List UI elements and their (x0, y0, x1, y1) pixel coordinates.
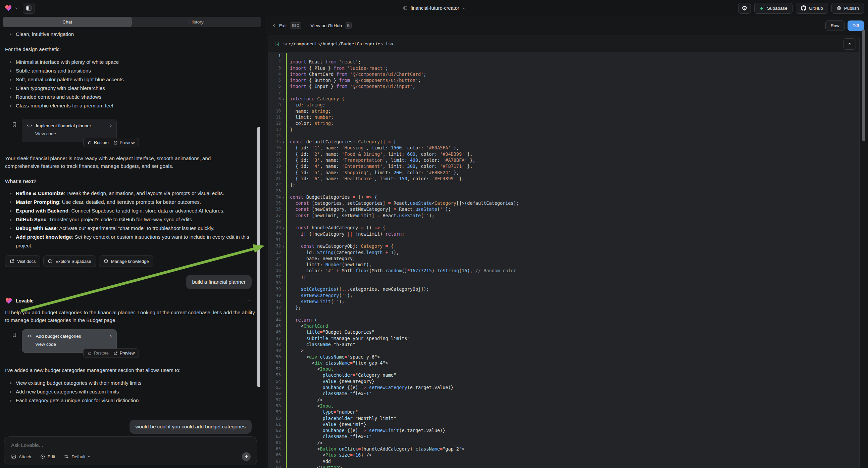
fold-chevron-icon[interactable]: ∨ (281, 194, 286, 200)
line-number: 46 (268, 329, 281, 335)
explore-supabase-button[interactable]: Explore Supabase (43, 256, 96, 267)
code-text (287, 90, 290, 96)
fold-chevron-icon[interactable]: ∨ (281, 225, 286, 231)
preview-button[interactable]: Preview (114, 140, 134, 145)
fold-spacer (281, 280, 286, 286)
line-number: 39 (268, 286, 281, 292)
github-label: GitHub (809, 6, 823, 11)
bookmark-icon[interactable] (12, 332, 17, 340)
code-scrollbar-thumb[interactable] (862, 30, 865, 141)
code-text: placeholder="Category name" (287, 372, 396, 378)
line-number: 61 (268, 421, 281, 428)
code-line: 5import { Button } from '@/components/ui… (268, 77, 859, 83)
project-title: financial-future-creator (410, 5, 459, 11)
message-menu-button[interactable]: ··· (245, 298, 252, 304)
code-text: } (287, 126, 292, 133)
publish-button[interactable]: Publish (831, 3, 864, 14)
fold-spacer (281, 452, 286, 458)
code-text: name: newCategory, (287, 256, 355, 262)
bookmark-icon[interactable] (12, 121, 17, 129)
code-line: 1 (268, 53, 859, 59)
raw-view-button[interactable]: Raw (826, 21, 845, 31)
code-line: 48 className="h-auto" (268, 342, 859, 348)
code-text: <Input (287, 366, 334, 372)
collapse-file-button[interactable] (843, 38, 856, 50)
code-text: limit: Number(newLimit), (287, 262, 372, 268)
line-number: 36 (268, 268, 281, 273)
tab-chat[interactable]: Chat (3, 17, 132, 27)
fold-spacer (281, 354, 286, 360)
project-switcher[interactable]: financial-future-creator (402, 0, 465, 16)
view-on-github-label: View on GitHub (311, 23, 342, 28)
preview-button[interactable]: Preview (114, 351, 134, 355)
fold-spacer (281, 403, 286, 409)
code-line: 11 limit: number; (268, 114, 859, 120)
diff-view-button[interactable]: Diff (847, 21, 864, 31)
code-text: name: string; (287, 108, 331, 114)
fold-chevron-icon[interactable]: ∨ (281, 243, 286, 249)
visit-docs-button[interactable]: Visit docs (5, 256, 40, 267)
mode-default-dropdown[interactable]: Default (64, 454, 91, 459)
code-text: id: string; (287, 102, 326, 108)
manage-knowledge-button[interactable]: Manage knowledge (99, 256, 154, 267)
exit-button[interactable]: Exit ESC (272, 22, 301, 29)
fold-chevron-icon[interactable]: ∨ (281, 139, 286, 145)
code-line: 21 { id: '6', name: 'Healthcare', limit:… (268, 176, 859, 182)
assistant-reply: I'll help you add budget categories to t… (5, 309, 255, 324)
external-link-icon (10, 259, 14, 264)
view-code-link[interactable]: View code (35, 131, 112, 136)
lovable-logo-icon[interactable] (5, 4, 12, 12)
version-card-add-budget-categories[interactable]: <> Add budget categories › View code Res… (22, 329, 117, 353)
tab-history[interactable]: History (132, 17, 261, 27)
design-heading: For the design aesthetic: (5, 45, 258, 53)
settings-button[interactable]: ⚙ (738, 3, 751, 14)
sidebar-toggle-button[interactable] (23, 3, 35, 14)
line-number: 8 (268, 96, 281, 102)
fold-spacer (281, 298, 286, 304)
view-on-github-button[interactable]: View on GitHub G (311, 22, 352, 29)
fold-spacer (281, 182, 286, 188)
fold-chevron-icon[interactable]: ∨ (281, 96, 286, 102)
code-line: 41 setNewLimit(''); (268, 298, 859, 304)
line-number: 7 (268, 90, 281, 96)
chat-scrollbar-thumb[interactable] (257, 127, 260, 387)
fold-spacer (281, 120, 286, 126)
code-line: 18 { id: '3', name: 'Transportation', li… (268, 157, 859, 163)
edit-button[interactable]: Edit (40, 454, 55, 459)
whats-next-heading: What's next? (5, 177, 258, 185)
next-steps-list: Refine & Customize: Tweak the design, an… (5, 189, 255, 250)
line-number: 66 (268, 452, 281, 458)
github-button[interactable]: GitHub (796, 3, 828, 14)
line-number: 45 (268, 323, 281, 329)
version-card-implement-financial-planner[interactable]: <> Implement financial planner › View co… (22, 119, 117, 142)
code-text: { id: '1', name: 'Housing', limit: 1500,… (287, 145, 459, 151)
supabase-button[interactable]: Supabase (754, 3, 793, 14)
line-number: 35 (268, 262, 281, 268)
fold-spacer (281, 126, 286, 133)
attach-button[interactable]: Attach (11, 454, 31, 459)
line-number: 67 (268, 458, 281, 464)
chat-scroll-area[interactable]: Clean, intuitive navigation For the desi… (0, 27, 265, 450)
fold-spacer (281, 458, 286, 464)
view-code-link[interactable]: View code (35, 342, 112, 347)
code-text: id: String(categories.length + 1), (287, 250, 399, 256)
list-item: Clean typography with clear hierarchies (5, 84, 258, 93)
code-line: 3import { Plus } from 'lucide-react'; (268, 65, 859, 71)
line-number: 55 (268, 384, 281, 390)
restore-button[interactable]: Restore (88, 351, 109, 355)
line-number: 13 (268, 126, 281, 133)
sliders-icon (64, 454, 69, 459)
list-item: Soft, neutral color palette with light b… (5, 75, 258, 84)
chevron-right-icon: › (110, 333, 112, 339)
code-line: 55 onChange={(e) => setNewCategory(e.tar… (268, 384, 859, 390)
logo-chevron-down-icon[interactable] (15, 6, 18, 10)
chat-input[interactable] (11, 442, 251, 448)
list-item: Refine & Customize: Tweak the design, an… (5, 189, 255, 198)
code-icon: <> (27, 334, 32, 339)
send-button[interactable] (242, 452, 251, 461)
line-number: 43 (268, 311, 281, 317)
restore-button[interactable]: Restore (88, 140, 109, 145)
code-line: 47 subtitle="Manage your spending limits… (268, 335, 859, 342)
file-header[interactable]: src/components/budget/BudgetCategories.t… (268, 36, 859, 52)
code-line: 44 return ( (268, 317, 859, 323)
